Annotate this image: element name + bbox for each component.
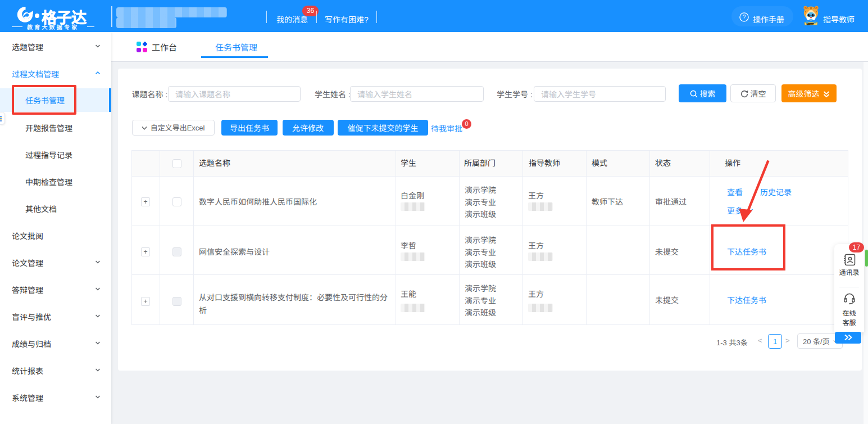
svg-text:?: ?	[743, 14, 746, 20]
